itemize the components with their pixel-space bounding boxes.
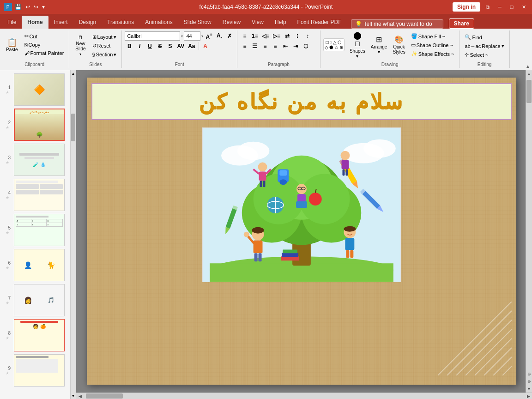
vscroll-zoom-in[interactable]: ⊕ (526, 370, 532, 378)
replace-label: Replace (482, 43, 500, 49)
restore-btn[interactable]: ⧉ (483, 2, 492, 12)
maximize-btn[interactable]: □ (507, 2, 516, 12)
smartart-btn[interactable]: ⬡ (301, 42, 310, 51)
align-right-btn[interactable]: ≡ (260, 42, 270, 51)
format-painter-btn[interactable]: 🖌 Format Painter (22, 49, 66, 57)
font-color-btn[interactable]: A (201, 42, 210, 51)
copy-btn[interactable]: ⎘ Copy (22, 41, 66, 48)
font-size-arrow[interactable]: ▾ (201, 34, 203, 38)
slide-item-5[interactable]: 5 ★ ABC 123 (0, 212, 76, 248)
minimize-btn[interactable]: ─ (495, 2, 504, 12)
tab-file[interactable]: File (2, 16, 22, 29)
slide-title-box[interactable]: سلام به من نگاه کن (91, 83, 512, 120)
tab-home[interactable]: Home (22, 16, 48, 29)
slide-item-6[interactable]: 6 ★ 👤 🐈 (0, 248, 76, 283)
vscroll-zoom-out[interactable]: ⊖ (526, 378, 532, 385)
ribbon-collapse-btn[interactable]: ▲ (526, 64, 530, 69)
italic-btn[interactable]: I (135, 42, 144, 51)
shapes-btn[interactable]: ⬤□ Shapes▾ (347, 33, 368, 57)
hscroll-right[interactable]: ▶ (525, 393, 532, 399)
slide-canvas[interactable]: سلام به من نگاه کن (87, 78, 516, 385)
spacing-btn[interactable]: AV (175, 42, 186, 51)
paste-btn[interactable]: 📋 Paste (3, 31, 21, 59)
tab-view[interactable]: View (246, 16, 269, 29)
font-decrease-btn[interactable]: A- (215, 31, 224, 41)
tab-review[interactable]: Review (217, 16, 246, 29)
replace-btn[interactable]: ab↔ac Replace ▾ (462, 42, 506, 50)
font-size-input[interactable] (184, 31, 200, 41)
tab-animations[interactable]: Animations (139, 16, 178, 29)
font-increase-btn[interactable]: A+ (204, 31, 214, 41)
section-btn[interactable]: § Section ▾ (90, 51, 119, 59)
increase-indent-btn[interactable]: ▷≡ (272, 31, 282, 41)
vscroll-down[interactable]: ▼ (526, 385, 532, 393)
save-quick-btn[interactable]: 💾 (14, 4, 23, 10)
columns-btn[interactable]: ⫶ (293, 31, 302, 41)
share-btn[interactable]: Share (449, 18, 474, 29)
slide-item-8[interactable]: 8 ★ 🧑 🍊 (0, 318, 76, 353)
layout-btn[interactable]: ⊞ Layout ▾ (90, 33, 119, 41)
decrease-indent-btn[interactable]: ◁≡ (260, 31, 271, 41)
cut-btn[interactable]: ✂ Cut (22, 32, 66, 40)
ltr-btn[interactable]: ⇥ (291, 42, 300, 51)
select-btn[interactable]: ⊹ Select ~ (462, 51, 506, 59)
shape-fill-btn[interactable]: 🪣 Shape Fill ~ (409, 32, 457, 40)
vscroll-up[interactable]: ▲ (526, 70, 532, 78)
align-left-btn[interactable]: ≡ (240, 42, 249, 51)
reset-btn[interactable]: ↺ Reset (90, 42, 119, 50)
shape-effects-label: Shape Effects ~ (418, 51, 454, 57)
drawing-group: □ ○ △ ⬡ ◇ ⬟ ☆ ⊕ ⬤□ Shapes▾ (320, 30, 460, 68)
underline-btn[interactable]: U (145, 42, 154, 51)
quick-styles-btn[interactable]: 🎨 QuickStyles (390, 33, 407, 57)
undo-btn[interactable]: ↩ (24, 4, 31, 10)
justify-btn[interactable]: ≡ (271, 42, 280, 51)
panel-scrollbar: ▲ ▼ (70, 70, 76, 399)
tab-insert[interactable]: Insert (48, 16, 73, 29)
bold-btn[interactable]: B (125, 42, 134, 51)
panel-scroll-up[interactable]: ▲ (71, 70, 76, 77)
tell-me-input[interactable]: 💡 Tell me what you want to do (351, 19, 443, 29)
redo-btn[interactable]: ↪ (33, 4, 39, 10)
tab-slideshow[interactable]: Slide Show (178, 16, 217, 29)
case-btn[interactable]: Aa (187, 42, 196, 51)
shape-effects-btn[interactable]: ✨ Shape Effects ~ (409, 50, 457, 58)
find-btn[interactable]: 🔍 Find (462, 33, 506, 41)
align-center-btn[interactable]: ☰ (250, 42, 260, 51)
hscroll-thumb[interactable] (86, 393, 123, 399)
slide-item-4[interactable]: 4 ★ (0, 177, 76, 212)
font-name-input[interactable] (125, 31, 180, 41)
reset-icon: ↺ (92, 43, 97, 49)
panel-scroll-down[interactable]: ▼ (71, 393, 76, 399)
slide-item-3[interactable]: 3 ★ 🧪 💧 (0, 142, 76, 177)
signin-button[interactable]: Sign in (453, 2, 480, 12)
hscroll-left[interactable]: ◀ (76, 393, 84, 399)
panel-scroll-thumb[interactable] (71, 114, 75, 141)
app-icon: P (4, 3, 12, 11)
tab-design[interactable]: Design (73, 16, 102, 29)
shape-outline-btn[interactable]: ▭ Shape Outline ~ (409, 41, 457, 49)
clear-format-btn[interactable]: ✗ (225, 31, 234, 41)
slide-item-7[interactable]: 7 ★ 👩 🎵 (0, 283, 76, 318)
numbering-btn[interactable]: 1≡ (250, 31, 260, 41)
slide-item-2[interactable]: 2 ★ سلام به من نگاه کن 🌳 (0, 107, 76, 142)
vscroll-thumb[interactable] (526, 80, 532, 103)
customize-qa-btn[interactable]: ▾ (41, 4, 46, 10)
slide-star-6: ★ (6, 266, 9, 270)
new-slide-btn[interactable]: 🗒 NewSlide ▾ (72, 31, 89, 59)
line-spacing-btn[interactable]: ↕ (303, 31, 312, 41)
tab-transitions[interactable]: Transitions (102, 16, 139, 29)
tab-foxit[interactable]: Foxit Reader PDF (292, 16, 347, 29)
bullets-btn[interactable]: ≡ (240, 31, 249, 41)
arrange-btn[interactable]: ⊞ Arrange▾ (369, 33, 390, 57)
slide-num-2: 2 (4, 120, 11, 125)
slide-item-9[interactable]: 9 ★ (0, 353, 76, 388)
slide-item-1[interactable]: 1 ★ 🔶 (0, 72, 76, 107)
strikethrough-btn[interactable]: S (155, 42, 164, 51)
text-dir-btn[interactable]: ⇄ (283, 31, 292, 41)
shadow-btn[interactable]: S (165, 42, 175, 51)
tab-help[interactable]: Help (269, 16, 292, 29)
rtl-btn[interactable]: ⇤ (281, 42, 290, 51)
font-name-arrow[interactable]: ▾ (181, 34, 183, 38)
close-btn[interactable]: ✕ (519, 2, 528, 12)
ribbon: File Home Insert Design Transitions Anim… (0, 14, 532, 70)
